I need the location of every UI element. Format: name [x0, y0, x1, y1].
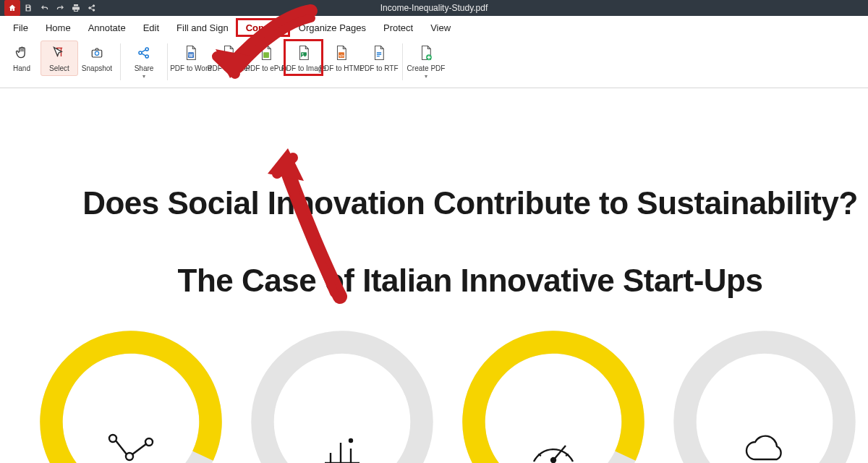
menu-bar: File Home Annotate Edit Fill and Sign Co…: [0, 16, 868, 36]
gauge-protection-2: Protection of: [459, 327, 648, 463]
pdf-to-excel-button[interactable]: X PDF to Excel: [210, 41, 247, 76]
menu-file[interactable]: File: [4, 20, 37, 36]
rtf-file-icon: [370, 44, 388, 61]
speed-gauge-icon: [524, 428, 582, 463]
svg-rect-12: [263, 52, 269, 58]
epub-file-icon: [258, 44, 275, 61]
undo-icon[interactable]: [36, 0, 52, 16]
chevron-down-icon: ▾: [425, 73, 427, 80]
menu-edit[interactable]: Edit: [135, 20, 168, 36]
word-file-icon: W: [182, 44, 200, 61]
ribbon-convert: Hand Select Snapshot Share: [0, 36, 868, 88]
document-title: Does Social Innovation Contribute to Sus…: [0, 145, 868, 300]
create-pdf-icon: [417, 44, 435, 61]
document-filename: Income-Inequality-Study.pdf: [380, 3, 488, 13]
share-button[interactable]: Share ▾: [125, 41, 163, 83]
pdf-to-word-button[interactable]: W PDF to Word: [172, 41, 210, 76]
camera-icon: [88, 44, 106, 61]
cloud-icon: [736, 428, 793, 463]
html-file-icon: </>: [333, 44, 350, 61]
pdf-to-image-button[interactable]: PDF to Image: [285, 41, 323, 76]
save-icon[interactable]: [20, 0, 36, 16]
svg-text:W: W: [189, 53, 193, 58]
image-file-icon: [295, 44, 312, 61]
redo-icon[interactable]: [52, 0, 68, 16]
share-icon: [135, 44, 153, 61]
quick-access-bar: Income-Inequality-Study.pdf: [0, 0, 868, 16]
menu-home[interactable]: Home: [37, 20, 80, 36]
menu-view[interactable]: View: [422, 20, 459, 36]
pdf-to-html-button[interactable]: </> PDF to HTML: [323, 41, 360, 76]
gauge-protection: Protection of: [36, 327, 226, 463]
snapshot-button[interactable]: Snapshot: [78, 41, 116, 76]
excel-file-icon: X: [220, 44, 237, 61]
svg-point-24: [349, 439, 352, 442]
home-icon[interactable]: [4, 0, 20, 16]
pdf-to-epub-button[interactable]: PDF to ePub: [247, 41, 285, 76]
menu-fill-and-sign[interactable]: Fill and Sign: [168, 20, 237, 36]
hand-tool-button[interactable]: Hand: [3, 41, 41, 76]
hand-icon: [13, 44, 30, 61]
menu-convert[interactable]: Convert: [237, 20, 290, 36]
create-pdf-button[interactable]: Create PDF ▾: [407, 41, 445, 83]
network-icon: [102, 428, 160, 463]
print-icon[interactable]: [68, 0, 84, 16]
select-cursor-icon: [51, 44, 68, 61]
select-tool-button[interactable]: Select: [41, 41, 78, 76]
gauge-row: Protection of Responsible use of: [36, 327, 868, 463]
svg-point-4: [95, 51, 98, 55]
share-quick-icon[interactable]: [84, 0, 100, 16]
document-viewport[interactable]: Does Social Innovation Contribute to Sus…: [0, 88, 868, 463]
svg-text:</>: </>: [339, 54, 344, 58]
menu-annotate[interactable]: Annotate: [80, 20, 135, 36]
svg-point-14: [302, 54, 303, 55]
bar-chart-icon: [313, 428, 371, 463]
gauge-responsible: Responsible use of: [247, 327, 437, 463]
pdf-to-rtf-button[interactable]: PDF to RTF: [360, 41, 398, 76]
menu-protect[interactable]: Protect: [375, 20, 422, 36]
menu-organize-pages[interactable]: Organize Pages: [290, 20, 375, 36]
gauge-reduction: Reduction of: [670, 327, 859, 463]
chevron-down-icon: ▾: [142, 73, 145, 80]
